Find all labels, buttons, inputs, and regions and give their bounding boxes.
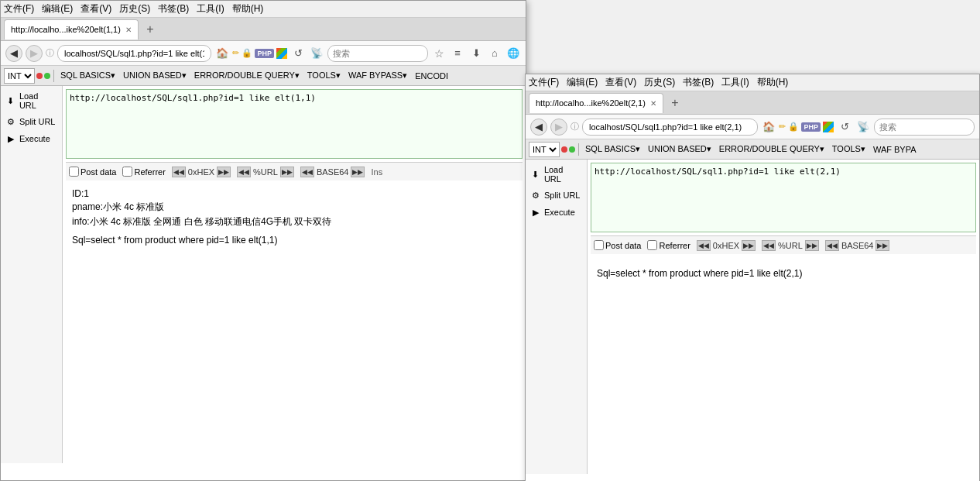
- back-button-2[interactable]: ◀: [530, 119, 547, 136]
- referrer-checkbox-1[interactable]: [122, 167, 132, 177]
- sqli-tools-1[interactable]: TOOLS▾: [304, 70, 344, 81]
- search-input-1[interactable]: [333, 49, 423, 58]
- menu-help-2[interactable]: 帮助(H): [757, 76, 789, 89]
- content-wrapper-2: ⬇ Load URL ⚙ Split URL ▶ Execute Post da…: [526, 160, 979, 474]
- sqli-error-2[interactable]: ERROR/DOUBLE QUERY▾: [716, 143, 828, 155]
- sep-2a: [578, 143, 579, 156]
- url-right-1[interactable]: ▶▶: [280, 167, 294, 177]
- rss-icon-2[interactable]: 📡: [855, 119, 871, 135]
- sqli-tools-2[interactable]: TOOLS▾: [829, 143, 869, 155]
- refresh-button-1[interactable]: ↺: [290, 46, 306, 61]
- sqli-sql-basics-2[interactable]: SQL BASICS▾: [582, 143, 643, 155]
- forward-button-1[interactable]: ▶: [26, 45, 43, 62]
- url-textarea-1[interactable]: [66, 89, 523, 159]
- base64-left-1[interactable]: ◀◀: [300, 167, 314, 177]
- sqli-union-1[interactable]: UNION BASED▾: [120, 70, 190, 81]
- menu-file-2[interactable]: 文件(F): [529, 76, 559, 89]
- url-right-2[interactable]: ▶▶: [805, 240, 819, 251]
- new-tab-button-2[interactable]: +: [666, 94, 684, 112]
- base64-right-2[interactable]: ▶▶: [875, 240, 889, 251]
- address-input-2[interactable]: [582, 119, 758, 136]
- menu-tools-1[interactable]: 工具(I): [197, 2, 224, 15]
- back-button-1[interactable]: ◀: [5, 45, 22, 62]
- url-textarea-2[interactable]: [591, 163, 976, 232]
- sidebar-execute-2[interactable]: ▶ Execute: [527, 204, 585, 220]
- sidebar-load-url-1[interactable]: ⬇ Load URL: [2, 89, 60, 112]
- rss-icon-1[interactable]: 📡: [309, 46, 324, 61]
- referrer-check-1[interactable]: Referrer: [122, 167, 165, 177]
- post-data-checkbox-2[interactable]: [594, 240, 604, 250]
- tab-1[interactable]: http://localho...ike%20elt(1,1) ✕: [4, 19, 139, 40]
- address-input-1[interactable]: [57, 45, 211, 62]
- sidebar-execute-1[interactable]: ▶ Execute: [2, 131, 60, 146]
- sqli-encodi-1[interactable]: ENCODI: [412, 70, 451, 81]
- 0xhex-left-1[interactable]: ◀◀: [172, 167, 186, 177]
- sqli-waf-2[interactable]: WAF BYPA: [870, 144, 920, 155]
- sqli-union-2[interactable]: UNION BASED▾: [645, 143, 714, 155]
- address-bar-2: ◀ ▶ ⓘ 🏠 ✏ 🔒 PHP ↺ 📡: [526, 115, 979, 139]
- search-input-2[interactable]: [879, 122, 969, 132]
- output-sql-2: Sql=select * from product where pid=1 li…: [597, 268, 970, 279]
- sqli-toolbar-1: INT SQL BASICS▾ UNION BASED▾ ERROR/DOUBL…: [1, 66, 526, 86]
- output-area-2: Sql=select * from product where pid=1 li…: [591, 257, 976, 471]
- toolbar-icons-2: 🏠 ✏ 🔒 PHP: [761, 119, 834, 135]
- menu-edit-2[interactable]: 编辑(E): [567, 76, 598, 89]
- tab-1-close[interactable]: ✕: [125, 26, 132, 34]
- 0xhex-right-1[interactable]: ▶▶: [217, 167, 231, 177]
- referrer-checkbox-2[interactable]: [647, 240, 657, 250]
- download-icon-1[interactable]: ⬇: [468, 46, 484, 61]
- post-data-check-2[interactable]: Post data: [594, 240, 641, 250]
- menu-history-1[interactable]: 历史(S): [119, 2, 150, 15]
- sep-1a: [53, 70, 54, 82]
- base64-left-2[interactable]: ◀◀: [825, 240, 839, 251]
- sidebar-load-url-label-2: Load URL: [544, 165, 582, 184]
- menu-bookmarks-1[interactable]: 书签(B): [158, 2, 189, 15]
- lock-icon-1: ⓘ: [46, 47, 54, 59]
- sidebar-split-url-1[interactable]: ⚙ Split URL: [2, 114, 60, 129]
- base64-option-1: ◀◀ BASE64 ▶▶: [300, 167, 365, 177]
- main-content-1: Post data Referrer ◀◀ 0xHEX ▶▶ ◀◀ %URL ▶…: [63, 86, 526, 463]
- reader-icon-1[interactable]: ≡: [450, 46, 465, 61]
- url-option-1: ◀◀ %URL ▶▶: [237, 167, 294, 177]
- sqli-sql-basics-1[interactable]: SQL BASICS▾: [57, 70, 118, 81]
- tab-2-close[interactable]: ✕: [650, 99, 656, 108]
- menu-view-2[interactable]: 查看(V): [605, 76, 636, 89]
- sidebar-execute-label-1: Execute: [19, 134, 50, 143]
- 0xhex-right-2[interactable]: ▶▶: [742, 240, 756, 251]
- sqli-type-select-2[interactable]: INT: [529, 142, 560, 157]
- dot-red-1: [36, 73, 43, 79]
- sqli-type-select-1[interactable]: INT: [4, 68, 35, 84]
- menu-tools-2[interactable]: 工具(I): [721, 76, 749, 89]
- globe-icon-1[interactable]: 🌐: [505, 46, 521, 61]
- tab-2[interactable]: http://localho...ike%20elt(2,1) ✕: [529, 93, 663, 113]
- pencil-icon-1: ✏: [232, 48, 239, 58]
- sqli-error-1[interactable]: ERROR/DOUBLE QUERY▾: [191, 70, 303, 81]
- refresh-button-2[interactable]: ↺: [837, 119, 852, 135]
- home2-icon-1[interactable]: ⌂: [487, 46, 502, 61]
- bookmark-star-1[interactable]: ☆: [431, 46, 447, 61]
- menu-bookmarks-2[interactable]: 书签(B): [683, 76, 714, 89]
- url-left-2[interactable]: ◀◀: [762, 240, 776, 251]
- menu-view-1[interactable]: 查看(V): [81, 2, 111, 15]
- base64-right-1[interactable]: ▶▶: [351, 167, 365, 177]
- base64-option-2: ◀◀ BASE64 ▶▶: [825, 240, 890, 251]
- execute-icon-2: ▶: [530, 207, 541, 218]
- 0xhex-left-2[interactable]: ◀◀: [697, 240, 711, 251]
- sidebar-load-url-2[interactable]: ⬇ Load URL: [527, 163, 585, 186]
- browser-window-1: 文件(F) 编辑(E) 查看(V) 历史(S) 书签(B) 工具(I) 帮助(H…: [0, 0, 526, 481]
- menu-history-2[interactable]: 历史(S): [644, 76, 675, 89]
- post-data-check-1[interactable]: Post data: [69, 167, 116, 177]
- menu-file-1[interactable]: 文件(F): [4, 2, 34, 15]
- sidebar-split-url-2[interactable]: ⚙ Split URL: [527, 187, 585, 203]
- post-data-checkbox-1[interactable]: [69, 167, 79, 177]
- home-icon-2[interactable]: 🏠: [761, 119, 776, 135]
- home-icon-1[interactable]: 🏠: [214, 46, 230, 61]
- referrer-check-2[interactable]: Referrer: [647, 240, 690, 250]
- url-left-1[interactable]: ◀◀: [237, 167, 251, 177]
- menu-help-1[interactable]: 帮助(H): [232, 2, 264, 15]
- output-line3-1: info:小米 4c 标准版 全网通 白色 移动联通电信4G手机 双卡双待: [72, 215, 516, 228]
- sqli-waf-1[interactable]: WAF BYPASS▾: [345, 70, 410, 81]
- new-tab-button-1[interactable]: +: [142, 21, 159, 38]
- forward-button-2[interactable]: ▶: [550, 119, 567, 136]
- menu-edit-1[interactable]: 编辑(E): [42, 2, 73, 15]
